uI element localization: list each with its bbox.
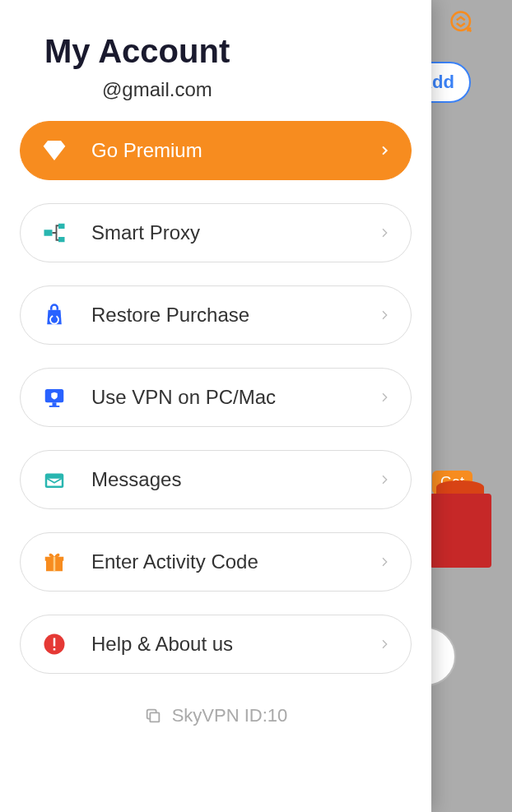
- chevron-right-icon: [378, 638, 391, 651]
- restore-purchase-button[interactable]: Restore Purchase: [20, 285, 412, 345]
- diamond-icon: [40, 137, 68, 165]
- menu-label-messages: Messages: [91, 468, 378, 491]
- menu-label-activity-code: Enter Activity Code: [91, 550, 378, 573]
- account-drawer: My Account @gmail.com Go Premium Smart P…: [0, 0, 431, 812]
- gift-icon: [430, 494, 491, 568]
- menu-label-restore: Restore Purchase: [91, 304, 378, 327]
- chevron-right-icon: [378, 226, 391, 239]
- monitor-shield-icon: [40, 383, 68, 411]
- go-premium-button[interactable]: Go Premium: [20, 121, 412, 180]
- svg-rect-1: [44, 230, 53, 236]
- gift-icon: [40, 548, 68, 576]
- chevron-right-icon: [378, 473, 391, 486]
- use-vpn-pc-mac-button[interactable]: Use VPN on PC/Mac: [20, 368, 412, 427]
- smart-proxy-button[interactable]: Smart Proxy: [20, 203, 412, 262]
- skyvpn-id-text: SkyVPN ID:10: [172, 705, 288, 726]
- messages-button[interactable]: Messages: [20, 450, 412, 509]
- menu-label-premium: Go Premium: [91, 139, 378, 162]
- skyvpn-id-row[interactable]: SkyVPN ID:10: [20, 705, 412, 726]
- menu-label-vpn-pc: Use VPN on PC/Mac: [91, 386, 378, 409]
- svg-rect-15: [150, 712, 159, 722]
- chevron-right-icon: [378, 391, 391, 404]
- account-email-row[interactable]: @gmail.com: [20, 78, 412, 101]
- svg-rect-3: [58, 237, 65, 242]
- swap-icon: [449, 10, 474, 35]
- svg-rect-14: [54, 648, 56, 651]
- envelope-icon: [40, 466, 68, 494]
- svg-rect-13: [54, 638, 56, 647]
- help-about-button[interactable]: Help & About us: [20, 615, 412, 674]
- page-title: My Account: [44, 33, 412, 70]
- svg-rect-2: [58, 224, 65, 229]
- svg-rect-5: [53, 402, 57, 406]
- chevron-right-icon: [378, 144, 391, 157]
- chevron-right-icon: [378, 309, 391, 322]
- menu-label-proxy: Smart Proxy: [91, 221, 378, 244]
- alert-icon: [40, 630, 68, 658]
- enter-activity-code-button[interactable]: Enter Activity Code: [20, 532, 412, 592]
- svg-rect-11: [54, 557, 56, 572]
- svg-rect-6: [49, 406, 60, 407]
- chevron-right-icon: [378, 555, 391, 568]
- shopping-bag-icon: [40, 301, 68, 329]
- proxy-icon: [40, 219, 68, 247]
- copy-icon: [144, 707, 162, 725]
- menu-label-help: Help & About us: [91, 633, 378, 656]
- account-email: @gmail.com: [102, 78, 212, 101]
